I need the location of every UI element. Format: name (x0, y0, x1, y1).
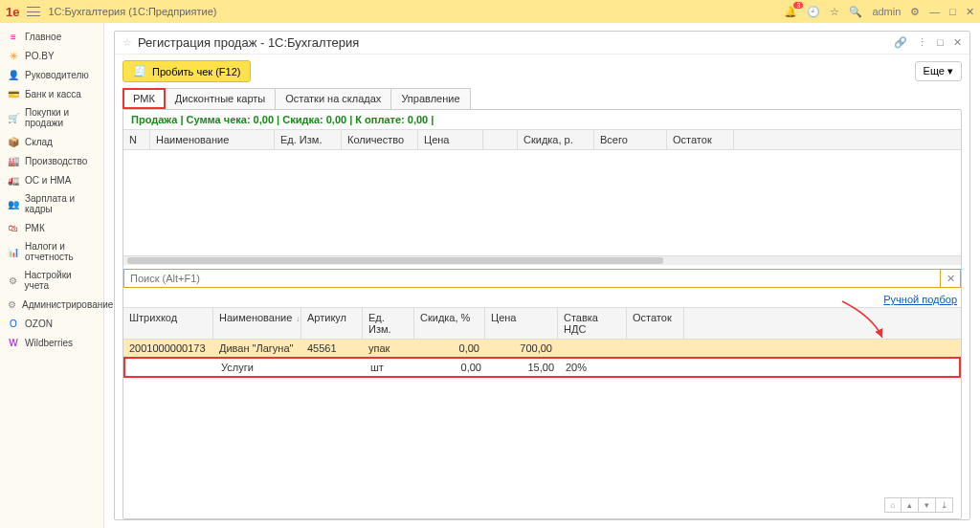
close-icon[interactable]: ✕ (966, 6, 974, 18)
sidebar-item[interactable]: 🏭Производство (0, 151, 103, 170)
user-label[interactable]: admin (872, 6, 901, 17)
scrollbar-horizontal[interactable] (123, 255, 961, 265)
topbar-right: 🔔3 🕘 ☆ 🔍 admin ⚙ — □ ✕ (784, 6, 974, 18)
sidebar-item[interactable]: 🚛ОС и НМА (0, 170, 103, 189)
star-icon[interactable]: ☆ (830, 6, 839, 18)
grid1-header-cell[interactable] (483, 130, 518, 149)
grid1-body[interactable] (123, 150, 961, 255)
grid2-cell: 15,00 (487, 359, 560, 376)
minimize-icon[interactable]: — (929, 6, 940, 17)
sidebar-item[interactable]: OOZON (0, 314, 103, 333)
app-title: 1С:Бухгалтерия (1С:Предприятие) (48, 6, 216, 17)
receipt-icon: 🧾 (133, 65, 146, 77)
window-title: Регистрация продаж - 1С:Бухгалтерия (138, 35, 894, 50)
sidebar-icon: 📊 (8, 246, 19, 257)
sidebar-item[interactable]: ⚙Администрирование (0, 295, 103, 314)
sidebar-label: PO.BY (25, 51, 55, 61)
sidebar-label: Настройки учета (25, 270, 96, 291)
sidebar-icon: ≡ (8, 31, 19, 42)
search-input[interactable] (123, 269, 940, 288)
search-clear-button[interactable]: ✕ (940, 269, 961, 288)
grid2-row[interactable]: Услугишт0,0015,0020% (123, 357, 961, 378)
grid1-header-cell[interactable]: Всего (594, 130, 667, 149)
grid2-header-cell[interactable]: Ед. Изм. (363, 308, 414, 339)
topbar-left: 1e 1С:Бухгалтерия (1С:Предприятие) (6, 5, 216, 19)
grid2-cell: упак (363, 340, 414, 357)
sidebar-item[interactable]: 👥Зарплата и кадры (0, 189, 103, 218)
bell-icon[interactable]: 🔔3 (784, 6, 797, 18)
summary: Продажа | Сумма чека: 0,00 | Скидка: 0,0… (123, 110, 961, 129)
grid2-header-cell[interactable]: Остаток (627, 308, 684, 339)
grid2-header-cell[interactable]: Наименование↓ (213, 308, 301, 339)
sidebar-item[interactable]: ≡Главное (0, 27, 103, 46)
grid2-cell: Услуги (215, 359, 303, 376)
sidebar-icon: 🛍 (8, 222, 19, 233)
nav-down-button[interactable]: ▾ (919, 497, 936, 513)
sidebar-icon: ⚙ (8, 298, 16, 310)
sidebar-item[interactable]: ⚙Настройки учета (0, 266, 103, 295)
badge: 3 (793, 2, 803, 9)
window-restore-icon[interactable]: □ (937, 36, 944, 49)
search-icon[interactable]: 🔍 (849, 6, 862, 18)
punch-check-button[interactable]: 🧾 Пробить чек (F12) (122, 60, 251, 82)
nav-last-button[interactable]: ⤓ (936, 497, 953, 513)
grid1-header-cell[interactable]: N (123, 130, 150, 149)
history-icon[interactable]: 🕘 (807, 6, 820, 18)
grid2-header-cell[interactable]: Цена (485, 308, 558, 339)
sidebar-item[interactable]: 📊Налоги и отчетность (0, 237, 103, 266)
grid2-cell: 45561 (301, 340, 363, 357)
sidebar-icon: ⚙ (8, 275, 19, 286)
punch-label: Пробить чек (F12) (152, 66, 240, 77)
grid2-header-cell[interactable]: Ставка НДС (558, 308, 627, 339)
grid2-cell (627, 340, 684, 357)
grid2-cell: шт (365, 359, 416, 376)
sidebar-item[interactable]: 📦Склад (0, 132, 103, 151)
sidebar-label: OZON (25, 319, 53, 329)
tabs: РМКДисконтные картыОстатки на складахУпр… (115, 88, 969, 109)
grid1-header-cell[interactable]: Ед. Изм. (275, 130, 342, 149)
grid2-row[interactable]: 2001000000173Диван "Лагуна"45561упак0,00… (123, 340, 961, 357)
grid2-cell: 2001000000173 (123, 340, 213, 357)
sidebar-item[interactable]: 🛒Покупки и продажи (0, 103, 103, 132)
grid1-header-cell[interactable]: Наименование (150, 130, 275, 149)
sidebar-item[interactable]: 💳Банк и касса (0, 84, 103, 103)
grid1-header: NНаименованиеЕд. Изм.КоличествоЦенаСкидк… (123, 129, 961, 150)
grid2-header-cell[interactable]: Штрихкод (123, 308, 213, 339)
restore-icon[interactable]: □ (949, 6, 956, 17)
favorite-icon[interactable]: ☆ (122, 36, 132, 49)
sidebar-icon: 🏭 (8, 155, 19, 166)
grid1-header-cell[interactable]: Количество (342, 130, 418, 149)
sidebar-icon: ✳ (8, 50, 19, 61)
topbar: 1e 1С:Бухгалтерия (1С:Предприятие) 🔔3 🕘 … (0, 0, 980, 23)
grid1-header-cell[interactable]: Цена (418, 130, 483, 149)
grid2-cell (558, 340, 627, 357)
nav-up-button[interactable]: ▴ (902, 497, 919, 513)
sidebar-item[interactable]: 🛍РМК (0, 218, 103, 237)
tab[interactable]: Остатки на складах (276, 88, 391, 109)
tab[interactable]: Управление (391, 88, 470, 109)
manual-selection-link[interactable]: Ручной подбор (883, 294, 957, 305)
sidebar-item[interactable]: WWildberries (0, 333, 103, 352)
settings-icon[interactable]: ⚙ (910, 6, 920, 18)
grid2-cell: 700,00 (485, 340, 558, 357)
search-row: ✕ (123, 269, 961, 288)
tab[interactable]: РМК (122, 88, 166, 109)
grid1-header-cell[interactable]: Остаток (667, 130, 734, 149)
link-icon[interactable]: 🔗 (894, 36, 907, 49)
nav-first-button[interactable]: ⌂ (884, 497, 902, 513)
grid2-header-cell[interactable]: Артикул (301, 308, 363, 339)
grid2-body[interactable]: 2001000000173Диван "Лагуна"45561упак0,00… (123, 340, 961, 492)
grid1-header-cell[interactable]: Скидка, р. (518, 130, 594, 149)
tab[interactable]: Дисконтные карты (166, 88, 276, 109)
sidebar-item[interactable]: ✳PO.BY (0, 46, 103, 65)
kebab-icon[interactable]: ⋮ (917, 36, 927, 49)
grid2-cell: 20% (560, 359, 629, 376)
window-close-icon[interactable]: ✕ (953, 36, 962, 49)
burger-icon[interactable] (27, 7, 40, 16)
sidebar-icon: 👤 (8, 69, 19, 80)
sidebar-item[interactable]: 👤Руководителю (0, 65, 103, 84)
toolbar: 🧾 Пробить чек (F12) Еще ▾ (115, 55, 969, 88)
sidebar-icon: 🚛 (8, 174, 19, 186)
more-button[interactable]: Еще ▾ (915, 61, 962, 81)
grid2-header-cell[interactable]: Скидка, % (414, 308, 485, 339)
